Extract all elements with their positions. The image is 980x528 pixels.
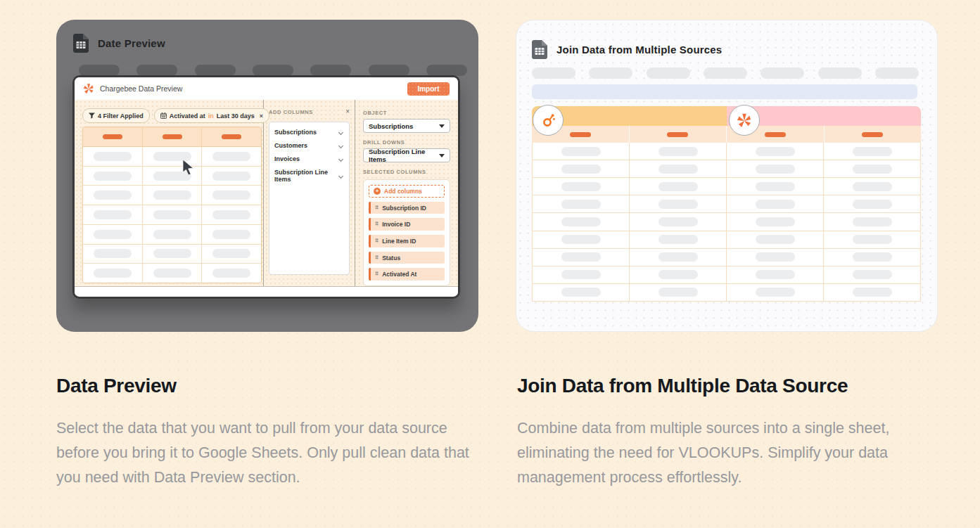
table-cell bbox=[143, 245, 203, 264]
toolbar-placeholder-pill bbox=[875, 67, 919, 79]
caret-down-icon bbox=[439, 124, 445, 128]
section-body: Combine data from multiple sources into … bbox=[517, 416, 934, 490]
table-cell bbox=[727, 266, 824, 283]
cell-placeholder bbox=[153, 269, 191, 278]
drill-downs-label: DRILL DOWNS bbox=[363, 139, 450, 146]
chargebee-logo-icon bbox=[83, 83, 94, 94]
cell-placeholder bbox=[94, 249, 132, 258]
table-cell bbox=[630, 160, 727, 177]
table-cell bbox=[202, 167, 261, 186]
toolbar-placeholder-pill bbox=[647, 67, 690, 79]
table-cell bbox=[824, 249, 920, 266]
drag-handle-icon: ⠿ bbox=[375, 255, 378, 261]
filter-count-pill[interactable]: 4 Filter Applied bbox=[82, 108, 150, 123]
section-body: Select the data that you want to pull fr… bbox=[56, 416, 473, 490]
table-cell bbox=[630, 249, 727, 266]
cell-placeholder bbox=[561, 200, 601, 209]
table-cell bbox=[143, 147, 203, 166]
cell-placeholder bbox=[212, 172, 250, 181]
toolbar-placeholder-pill bbox=[532, 67, 575, 79]
header-dash-placeholder bbox=[103, 134, 122, 139]
cell-placeholder bbox=[756, 182, 795, 191]
selected-column-activated-at[interactable]: ⠿Activated At bbox=[369, 268, 445, 281]
cell-placeholder bbox=[561, 165, 601, 174]
formula-bar bbox=[532, 84, 917, 99]
cell-placeholder bbox=[658, 182, 698, 191]
column-header-cell bbox=[143, 127, 203, 146]
table-cell bbox=[727, 160, 824, 177]
table-row bbox=[533, 266, 920, 284]
list-item-subscriptions[interactable]: Subscriptions bbox=[274, 129, 344, 136]
chevron-down-icon bbox=[338, 129, 343, 134]
table-cell bbox=[727, 284, 824, 301]
join-data-card: Join Data from Multiple Sources bbox=[516, 20, 938, 332]
table-row bbox=[83, 205, 261, 225]
selected-column-status[interactable]: ⠿Status bbox=[369, 252, 445, 264]
table-cell bbox=[727, 143, 824, 160]
cell-placeholder bbox=[756, 200, 795, 209]
table-cell bbox=[727, 178, 824, 195]
object-select[interactable]: Subscriptions bbox=[363, 119, 450, 133]
table-cell bbox=[83, 264, 143, 283]
toolbar-placeholder-pill bbox=[589, 67, 632, 79]
selected-column-line-item-id[interactable]: ⠿Line Item ID bbox=[369, 235, 445, 247]
cell-placeholder bbox=[94, 230, 132, 239]
table-cell bbox=[143, 167, 203, 186]
table-cell bbox=[202, 205, 261, 224]
cell-placeholder bbox=[756, 270, 795, 279]
add-columns-button[interactable]: + Add columns bbox=[369, 185, 445, 198]
cell-placeholder bbox=[153, 152, 191, 161]
import-button[interactable]: Import bbox=[407, 82, 450, 96]
cell-placeholder bbox=[853, 288, 892, 297]
cell-placeholder bbox=[94, 191, 132, 200]
selected-columns-label: SELECTED COLUMNS bbox=[363, 169, 450, 175]
cell-placeholder bbox=[153, 172, 191, 181]
cell-placeholder bbox=[561, 182, 601, 191]
cell-placeholder bbox=[756, 147, 795, 156]
table-cell bbox=[824, 178, 920, 195]
table-cell bbox=[727, 195, 824, 212]
selected-column-subscription-id[interactable]: ⠿Subscription ID bbox=[369, 202, 445, 214]
tab-placeholder-pill bbox=[136, 65, 177, 76]
chargebee-logo-badge bbox=[729, 105, 760, 136]
table-cell bbox=[630, 213, 727, 230]
table-cell bbox=[202, 245, 261, 264]
list-item-subscription-line-items[interactable]: Subscription Line Items bbox=[274, 169, 344, 183]
cell-placeholder bbox=[853, 217, 892, 226]
date-filter-pill[interactable]: Activated at in Last 30 days × bbox=[154, 108, 269, 123]
column-header-cell bbox=[83, 127, 143, 146]
remove-filter-icon[interactable]: × bbox=[260, 112, 263, 120]
cell-placeholder bbox=[561, 270, 601, 279]
close-icon[interactable]: × bbox=[345, 108, 350, 115]
toolbar-placeholder-pill bbox=[761, 67, 804, 79]
cell-placeholder bbox=[853, 147, 892, 156]
table-cell bbox=[202, 264, 261, 283]
cell-placeholder bbox=[153, 230, 191, 239]
funnel-icon bbox=[89, 112, 95, 119]
tab-placeholder-pill bbox=[369, 65, 409, 76]
cell-placeholder bbox=[756, 288, 795, 297]
cell-placeholder bbox=[212, 191, 250, 200]
list-item-invoices[interactable]: Invoices bbox=[274, 155, 344, 162]
drill-downs-select[interactable]: Subscription Line Items bbox=[363, 148, 450, 162]
list-item-customers[interactable]: Customers bbox=[274, 142, 344, 149]
source-bands bbox=[532, 106, 921, 126]
table-cell bbox=[533, 231, 630, 248]
table-row bbox=[533, 231, 920, 249]
header-dash-placeholder bbox=[570, 132, 591, 137]
table-row bbox=[83, 167, 261, 186]
cell-placeholder bbox=[212, 230, 250, 239]
table-row bbox=[533, 249, 920, 266]
cell-placeholder bbox=[212, 249, 250, 258]
cell-placeholder bbox=[658, 200, 698, 209]
chargebee-icon bbox=[737, 112, 752, 128]
page: Date Preview Chargebee Data Preview Impo… bbox=[0, 0, 980, 528]
plus-icon: + bbox=[374, 188, 381, 195]
cell-placeholder bbox=[153, 210, 191, 219]
calendar-icon bbox=[160, 112, 167, 119]
drag-handle-icon: ⠿ bbox=[375, 271, 378, 277]
table-row bbox=[533, 195, 920, 213]
table-cell bbox=[533, 143, 630, 160]
table-cell bbox=[824, 143, 920, 160]
selected-column-invoice-id[interactable]: ⠿Invoice ID bbox=[369, 218, 445, 231]
